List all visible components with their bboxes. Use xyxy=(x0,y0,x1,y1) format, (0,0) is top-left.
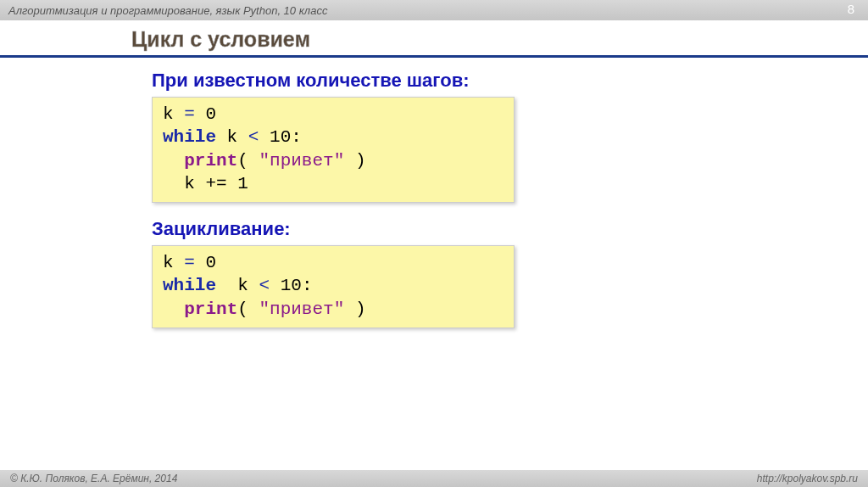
header-title: Алгоритмизация и программирование, язык … xyxy=(8,4,327,17)
code-line: print( "привет" ) xyxy=(163,149,504,172)
code-line: while k < 10: xyxy=(163,126,504,148)
page-number: 8 xyxy=(848,2,854,16)
header-bar: Алгоритмизация и программирование, язык … xyxy=(0,0,868,20)
slide-title: Цикл с условием xyxy=(131,27,868,52)
code-line: while k < 10: xyxy=(163,274,504,297)
code-block-1: k = 0 while k < 10: print( "привет" ) k … xyxy=(152,97,515,203)
code-line: print( "привет" ) xyxy=(163,298,504,321)
code-block-2: k = 0 while k < 10: print( "привет" ) xyxy=(152,245,515,328)
code-line: k = 0 xyxy=(163,103,504,126)
content-area: При известном количестве шагов: k = 0 wh… xyxy=(152,70,868,328)
footer-copyright: © К.Ю. Поляков, Е.А. Ерёмин, 2014 xyxy=(10,473,177,484)
code-line: k = 0 xyxy=(163,251,504,274)
section1-subtitle: При известном количестве шагов: xyxy=(152,70,868,92)
code-line: k += 1 xyxy=(163,172,504,195)
footer-url: http://kpolyakov.spb.ru xyxy=(757,473,858,484)
title-underline xyxy=(0,55,868,58)
section2-subtitle: Зацикливание: xyxy=(152,218,868,240)
footer-bar: © К.Ю. Поляков, Е.А. Ерёмин, 2014 http:/… xyxy=(0,470,868,487)
